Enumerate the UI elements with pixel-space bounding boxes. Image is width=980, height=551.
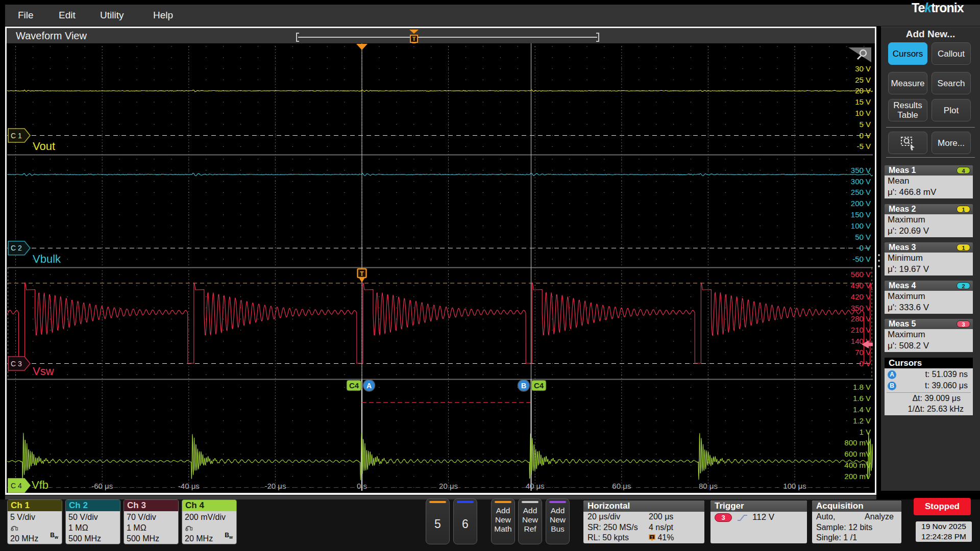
svg-text:560 V: 560 V [851, 270, 871, 279]
svg-text:C4: C4 [534, 381, 544, 390]
svg-text:-60 μs: -60 μs [91, 482, 113, 490]
svg-text:600 mV: 600 mV [844, 449, 871, 458]
svg-text:-5 V: -5 V [856, 142, 871, 151]
svg-text:Vout: Vout [33, 140, 55, 153]
svg-text:100 V: 100 V [851, 221, 871, 230]
svg-text:-40 μs: -40 μs [178, 482, 200, 490]
svg-text:C 1: C 1 [11, 132, 22, 140]
svg-text:490 V: 490 V [851, 281, 871, 290]
svg-text:20 V: 20 V [855, 86, 871, 95]
svg-text:25 V: 25 V [855, 76, 871, 84]
svg-text:800 mV: 800 mV [844, 438, 871, 447]
svg-text:C4: C4 [349, 381, 359, 390]
svg-text:60 μs: 60 μs [612, 482, 631, 490]
svg-text:5 V: 5 V [859, 120, 871, 129]
svg-text:70 V: 70 V [855, 348, 871, 357]
svg-text:0 V: 0 V [859, 131, 871, 140]
svg-text:C 2: C 2 [11, 244, 22, 252]
svg-text:Vfb: Vfb [32, 479, 48, 491]
svg-text:1.6 V: 1.6 V [853, 394, 871, 403]
svg-text:50 V: 50 V [855, 233, 871, 241]
svg-text:1.8 V: 1.8 V [853, 383, 871, 391]
svg-text:1.4 V: 1.4 V [853, 405, 871, 414]
svg-text:150 V: 150 V [851, 210, 871, 219]
svg-text:B: B [521, 382, 526, 390]
svg-text:200 V: 200 V [851, 199, 871, 208]
svg-text:40 μs: 40 μs [526, 482, 545, 490]
svg-text:250 V: 250 V [851, 188, 871, 196]
svg-text:280 V: 280 V [851, 314, 871, 323]
svg-text:T: T [360, 270, 364, 278]
svg-text:210 V: 210 V [851, 325, 871, 334]
svg-text:-20 μs: -20 μs [264, 482, 286, 490]
svg-text:200 mV: 200 mV [844, 472, 871, 481]
svg-text:30 V: 30 V [855, 64, 871, 73]
svg-text:T: T [651, 535, 653, 540]
svg-text:Vbulk: Vbulk [33, 253, 61, 265]
svg-text:400 mV: 400 mV [844, 461, 871, 469]
svg-text:1.2 V: 1.2 V [853, 416, 871, 425]
svg-text:C 3: C 3 [11, 360, 22, 368]
svg-text:80 μs: 80 μs [699, 482, 718, 490]
svg-text:-50 V: -50 V [852, 255, 871, 263]
svg-text:1 V: 1 V [859, 428, 871, 436]
svg-text:A: A [366, 382, 372, 390]
svg-text:15 V: 15 V [855, 97, 871, 106]
svg-text:0 s: 0 s [357, 482, 367, 490]
svg-text:100 μs: 100 μs [783, 482, 806, 490]
svg-text:20 μs: 20 μs [439, 482, 458, 490]
svg-text:10 V: 10 V [855, 109, 871, 117]
svg-text:0 V: 0 V [859, 359, 871, 368]
svg-text:C 4: C 4 [11, 482, 22, 490]
svg-text:300 V: 300 V [851, 177, 871, 186]
svg-text:0 V: 0 V [859, 243, 871, 252]
svg-text:350 V: 350 V [851, 166, 871, 174]
svg-text:350 V: 350 V [851, 304, 871, 312]
svg-text:Vsw: Vsw [33, 365, 54, 378]
svg-text:420 V: 420 V [851, 292, 871, 301]
